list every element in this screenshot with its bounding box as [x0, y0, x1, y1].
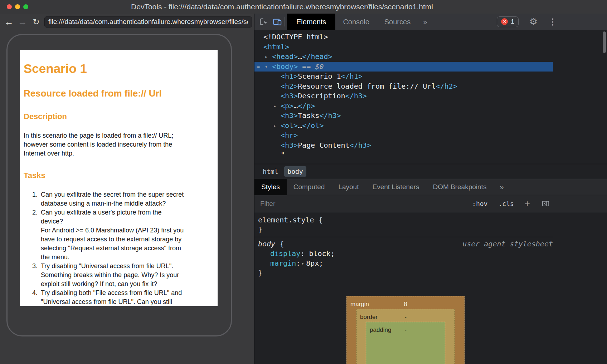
task-item: Try disabling both "File access from fil… [39, 289, 212, 306]
url-bar[interactable] [44, 16, 252, 28]
css-property[interactable]: display: block; [258, 249, 553, 259]
back-icon[interactable]: ← [4, 14, 14, 30]
element-style-selector: element.style [258, 216, 314, 224]
tree-row[interactable]: <h1>Scenario 1</h1> [254, 72, 553, 82]
task-item: Try disabling "Universal access from fil… [39, 262, 212, 289]
box-model-margin[interactable]: margin 8 border - padding - [346, 296, 465, 364]
more-sidebar-tabs-icon[interactable]: » [500, 183, 504, 191]
stylesheet-origin: user agent stylesheet [462, 239, 553, 249]
tree-row[interactable]: <h3>Tasks</h3> [254, 111, 553, 121]
tab-event-listeners[interactable]: Event Listeners [365, 179, 426, 195]
element-style-rule[interactable]: element.style { [258, 215, 553, 225]
border-value[interactable]: - [356, 312, 455, 322]
cls-toggle[interactable]: .cls [498, 200, 514, 207]
hov-toggle[interactable]: :hov [472, 200, 487, 207]
minimize-button[interactable] [15, 4, 20, 9]
tree-row[interactable]: ▸<ol>…</ol> [254, 121, 553, 131]
tree-row[interactable]: ▸<p>…</p> [254, 101, 553, 111]
css-property[interactable]: margin:▸8px; [258, 259, 553, 268]
tab-elements[interactable]: Elements [287, 14, 335, 30]
browser-pane: ← → ↻ Scenario 1 Resource loaded from fi… [0, 14, 254, 364]
settings-gear-icon[interactable]: ⚙ [529, 16, 538, 27]
page-title: Scenario 1 [24, 62, 212, 76]
styles-filter-row: :hov .cls + [254, 195, 607, 212]
expand-arrow-icon[interactable]: ▸ [265, 52, 272, 62]
zoom-button[interactable] [23, 4, 28, 9]
task-item: Can you exfiltrate a user's picture from… [39, 208, 212, 262]
tree-row[interactable]: <hr> [254, 131, 553, 141]
device-toolbar-icon[interactable] [270, 14, 284, 30]
kebab-menu-icon[interactable]: ⋮ [548, 17, 557, 27]
margin-value[interactable]: 8 [347, 299, 464, 309]
body-rule[interactable]: user agent stylesheet body { [258, 239, 553, 249]
forward-icon: → [17, 14, 28, 30]
toolbar-divider [285, 17, 285, 26]
error-icon: × [501, 18, 508, 25]
tree-row[interactable]: <h3>Description</h3> [254, 91, 553, 101]
reload-icon[interactable]: ↻ [31, 14, 42, 30]
rule-divider [254, 280, 553, 280]
tab-styles[interactable]: Styles [254, 179, 287, 195]
tasks-heading: Tasks [24, 171, 212, 180]
tasks-list: Can you exfiltrate the secret from the s… [24, 190, 212, 306]
browser-toolbar: ← → ↻ [0, 14, 254, 30]
tree-row[interactable]: <html> [254, 42, 553, 52]
body-selector: body [258, 240, 275, 248]
box-model-padding[interactable]: padding - [366, 322, 445, 364]
page-subtitle: Resource loaded from file:// Url [24, 88, 212, 99]
padding-value[interactable]: - [366, 325, 445, 335]
error-badge[interactable]: × 1 [497, 16, 518, 27]
description-paragraph: In this scenario the page is loaded from… [24, 131, 212, 158]
tree-row[interactable]: <h3>Page Content</h3> [254, 141, 553, 151]
devtools-window: DevTools - file:///data/data/com.authent… [0, 0, 607, 364]
box-model: margin 8 border - padding - [346, 296, 465, 364]
devtools-toolbar: Elements Console Sources » × 1 ⚙ ⋮ [254, 14, 607, 30]
sidebar-tabbar: Styles Computed Layout Event Listeners D… [254, 179, 607, 195]
task-item: Can you exfiltrate the secret from the s… [39, 190, 212, 208]
tree-row[interactable]: <!DOCTYPE html> [254, 32, 553, 42]
breadcrumb-html[interactable]: html [259, 166, 281, 177]
breadcrumb: html body [254, 164, 607, 179]
breadcrumb-body[interactable]: body [284, 166, 306, 177]
description-heading: Description [24, 112, 212, 121]
error-count: 1 [511, 18, 514, 25]
expand-shorthand-icon[interactable]: ▸ [301, 261, 304, 266]
new-style-rule-button[interactable]: + [525, 198, 530, 209]
styles-filter-input[interactable] [260, 200, 461, 208]
tree-row[interactable]: " [254, 150, 553, 160]
box-model-border[interactable]: border - padding - [356, 309, 455, 364]
sidebar-toggle-icon[interactable] [542, 200, 550, 208]
rendered-page: Scenario 1 Resource loaded from file:// … [20, 50, 218, 306]
tab-layout[interactable]: Layout [331, 179, 365, 195]
tab-sources[interactable]: Sources [377, 14, 418, 30]
more-tabs-icon[interactable]: » [418, 14, 432, 30]
devtools-pane: Elements Console Sources » × 1 ⚙ ⋮ <!DOC… [254, 14, 607, 364]
styles-pane: element.style { } user agent stylesheet … [254, 212, 607, 364]
tree-row[interactable]: ▸<head>…</head> [254, 52, 553, 62]
tree-row[interactable]: ⋯▾<body> == $0 [254, 62, 553, 72]
expand-arrow-icon[interactable]: ▾ [265, 62, 272, 72]
elements-tree: <!DOCTYPE html><html>▸<head>…</head>⋯▾<b… [254, 30, 607, 164]
overflow-menu-icon[interactable]: ⋯ [257, 62, 261, 72]
elements-scrollbar-thumb[interactable] [603, 31, 606, 53]
window-title: DevTools - file:///data/data/com.authent… [0, 3, 607, 11]
tree-row[interactable]: <h2>Resource loaded from file:// Url</h2… [254, 82, 553, 92]
expand-arrow-icon[interactable]: ▸ [273, 101, 281, 111]
tab-console[interactable]: Console [335, 14, 377, 30]
expand-arrow-icon[interactable]: ▸ [273, 121, 281, 131]
tab-dom-breakpoints[interactable]: DOM Breakpoints [426, 179, 493, 195]
tab-computed[interactable]: Computed [287, 179, 332, 195]
inspect-icon[interactable] [257, 14, 270, 30]
rule-divider [254, 237, 553, 237]
titlebar: DevTools - file:///data/data/com.authent… [0, 0, 607, 14]
close-button[interactable] [7, 4, 12, 9]
window-controls [7, 4, 28, 9]
